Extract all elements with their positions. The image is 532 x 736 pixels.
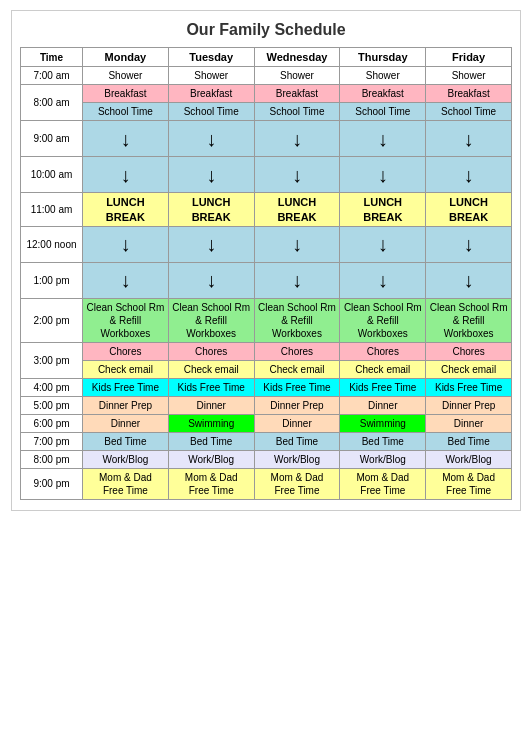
schedule-cell: Kids Free Time (426, 378, 512, 396)
cell-top: Breakfast (169, 85, 254, 103)
cell-bottom: Check email (255, 361, 340, 378)
schedule-cell: Shower (340, 67, 426, 85)
schedule-cell: Clean School Rm& Refill Workboxes (254, 298, 340, 342)
schedule-cell: LUNCHBREAK (83, 193, 169, 227)
schedule-cell: Shower (254, 67, 340, 85)
schedule-cell: Work/Blog (83, 450, 169, 468)
arrow-cell: ↓ (83, 262, 169, 298)
cell-top: Chores (169, 343, 254, 361)
table-row: 1:00 pm↓↓↓↓↓ (21, 262, 512, 298)
table-row: 12:00 noon↓↓↓↓↓ (21, 226, 512, 262)
cell-bottom: Check email (340, 361, 425, 378)
time-cell: 11:00 am (21, 193, 83, 227)
schedule-cell: Work/Blog (168, 450, 254, 468)
time-cell: 10:00 am (21, 157, 83, 193)
page-title: Our Family Schedule (20, 21, 512, 39)
header-row: Time Monday Tuesday Wednesday Thursday F… (21, 48, 512, 67)
arrow-cell: ↓ (340, 121, 426, 157)
time-cell: 1:00 pm (21, 262, 83, 298)
table-row: 2:00 pmClean School Rm& Refill Workboxes… (21, 298, 512, 342)
time-cell: 7:00 pm (21, 432, 83, 450)
schedule-cell: Kids Free Time (83, 378, 169, 396)
table-row: 7:00 amShowerShowerShowerShowerShower (21, 67, 512, 85)
schedule-cell: LUNCHBREAK (426, 193, 512, 227)
schedule-cell: Swimming (168, 414, 254, 432)
table-row: 9:00 am↓↓↓↓↓ (21, 121, 512, 157)
time-cell: 3:00 pm (21, 342, 83, 378)
schedule-cell: Bed Time (426, 432, 512, 450)
cell-top: Breakfast (255, 85, 340, 103)
schedule-cell: Bed Time (83, 432, 169, 450)
schedule-cell: BreakfastSchool Time (168, 85, 254, 121)
table-row: 5:00 pmDinner PrepDinnerDinner PrepDinne… (21, 396, 512, 414)
cell-top: Chores (83, 343, 168, 361)
table-row: 4:00 pmKids Free TimeKids Free TimeKids … (21, 378, 512, 396)
table-row: 3:00 pmChoresCheck emailChoresCheck emai… (21, 342, 512, 378)
schedule-cell: Clean School Rm& Refill Workboxes (340, 298, 426, 342)
header-tuesday: Tuesday (168, 48, 254, 67)
schedule-cell: Kids Free Time (254, 378, 340, 396)
schedule-cell: Dinner Prep (426, 396, 512, 414)
cell-bottom: School Time (255, 103, 340, 120)
arrow-cell: ↓ (83, 226, 169, 262)
time-cell: 9:00 am (21, 121, 83, 157)
table-row: 11:00 amLUNCHBREAKLUNCHBREAKLUNCHBREAKLU… (21, 193, 512, 227)
arrow-cell: ↓ (426, 157, 512, 193)
schedule-cell: Swimming (340, 414, 426, 432)
schedule-cell: Dinner (168, 396, 254, 414)
cell-top: Chores (255, 343, 340, 361)
schedule-cell: Mom & DadFree Time (426, 468, 512, 499)
arrow-cell: ↓ (83, 157, 169, 193)
arrow-cell: ↓ (168, 226, 254, 262)
header-friday: Friday (426, 48, 512, 67)
time-cell: 8:00 am (21, 85, 83, 121)
schedule-cell: Dinner (83, 414, 169, 432)
arrow-cell: ↓ (254, 121, 340, 157)
schedule-cell: Kids Free Time (340, 378, 426, 396)
arrow-cell: ↓ (426, 262, 512, 298)
schedule-table: Time Monday Tuesday Wednesday Thursday F… (20, 47, 512, 500)
arrow-cell: ↓ (168, 157, 254, 193)
cell-bottom: Check email (426, 361, 511, 378)
time-cell: 6:00 pm (21, 414, 83, 432)
cell-top: Breakfast (340, 85, 425, 103)
arrow-cell: ↓ (340, 262, 426, 298)
table-row: 9:00 pmMom & DadFree TimeMom & DadFree T… (21, 468, 512, 499)
schedule-cell: Bed Time (254, 432, 340, 450)
schedule-cell: Clean School Rm& Refill Workboxes (168, 298, 254, 342)
time-cell: 4:00 pm (21, 378, 83, 396)
schedule-cell: BreakfastSchool Time (83, 85, 169, 121)
time-cell: 7:00 am (21, 67, 83, 85)
table-row: 7:00 pmBed TimeBed TimeBed TimeBed TimeB… (21, 432, 512, 450)
page: Our Family Schedule Time Monday Tuesday … (11, 10, 521, 511)
time-cell: 8:00 pm (21, 450, 83, 468)
schedule-cell: ChoresCheck email (168, 342, 254, 378)
schedule-cell: Dinner (340, 396, 426, 414)
cell-bottom: School Time (83, 103, 168, 120)
cell-top: Breakfast (426, 85, 511, 103)
cell-top: Chores (426, 343, 511, 361)
schedule-cell: Kids Free Time (168, 378, 254, 396)
table-row: 6:00 pmDinnerSwimmingDinnerSwimmingDinne… (21, 414, 512, 432)
schedule-cell: Mom & DadFree Time (254, 468, 340, 499)
arrow-cell: ↓ (340, 226, 426, 262)
arrow-cell: ↓ (83, 121, 169, 157)
table-row: 10:00 am↓↓↓↓↓ (21, 157, 512, 193)
schedule-cell: Mom & DadFree Time (168, 468, 254, 499)
arrow-cell: ↓ (426, 121, 512, 157)
schedule-cell: Bed Time (340, 432, 426, 450)
arrow-cell: ↓ (168, 121, 254, 157)
schedule-cell: ChoresCheck email (254, 342, 340, 378)
schedule-cell: Work/Blog (426, 450, 512, 468)
arrow-cell: ↓ (254, 157, 340, 193)
header-wednesday: Wednesday (254, 48, 340, 67)
schedule-cell: LUNCHBREAK (340, 193, 426, 227)
cell-bottom: Check email (83, 361, 168, 378)
arrow-cell: ↓ (340, 157, 426, 193)
schedule-cell: Dinner Prep (254, 396, 340, 414)
schedule-cell: Work/Blog (254, 450, 340, 468)
arrow-cell: ↓ (426, 226, 512, 262)
schedule-cell: Mom & DadFree Time (83, 468, 169, 499)
schedule-cell: Dinner (254, 414, 340, 432)
schedule-cell: ChoresCheck email (426, 342, 512, 378)
